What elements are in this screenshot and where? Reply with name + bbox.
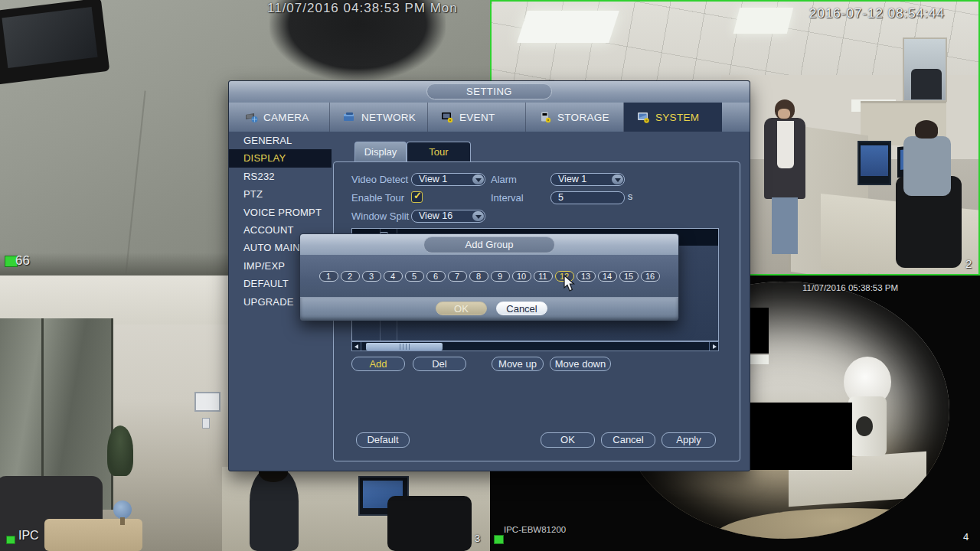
group-chip-2[interactable]: 2 (341, 271, 360, 282)
tab-event[interactable]: EVENT (428, 103, 526, 132)
window-title: SETTING (426, 83, 552, 99)
ok-button[interactable]: OK (541, 432, 595, 448)
group-chip-11[interactable]: 11 (534, 271, 553, 282)
camera-2-channel: 2 (965, 257, 972, 270)
ptz-camera-lens (856, 416, 873, 436)
window-split-value: View 16 (419, 210, 452, 222)
tab-display-sub[interactable]: Display (354, 142, 407, 161)
ceiling-light (517, 11, 619, 43)
group-chip-10[interactable]: 10 (512, 271, 531, 282)
interval-label: Interval (491, 191, 524, 204)
floor-shadow (0, 253, 230, 276)
video-detect-dropdown[interactable]: View 1 (411, 173, 485, 186)
main-clock-osd: 11/07/2016 04:38:53 PM Mon (267, 1, 458, 16)
camera-icon (244, 111, 259, 123)
group-chip-3[interactable]: 3 (362, 271, 381, 282)
event-icon (440, 111, 455, 123)
seated-person (903, 136, 951, 196)
standing-person-shirt (777, 121, 794, 168)
sidebar-item-display[interactable]: DISPLAY (229, 149, 332, 167)
sidebar-item-voice-prompt[interactable]: VOICE PROMPT (229, 204, 332, 221)
tab-network-label: NETWORK (361, 112, 416, 123)
tab-camera-label: CAMERA (263, 112, 309, 123)
privacy-mask (750, 403, 852, 470)
sidebar-item-general[interactable]: GENERAL (229, 132, 332, 149)
alarm-label: Alarm (491, 173, 517, 186)
mouse-cursor (564, 276, 577, 295)
ceiling-light (733, 8, 793, 34)
group-chip-14[interactable]: 14 (598, 271, 617, 282)
wall-poster (194, 392, 220, 412)
group-chip-9[interactable]: 9 (491, 271, 510, 282)
group-chip-row: 1 2 3 4 5 6 7 8 9 10 11 12 13 14 15 16 (300, 255, 678, 297)
tab-event-label: EVENT (459, 112, 495, 123)
del-button[interactable]: Del (413, 357, 466, 371)
default-button[interactable]: Default (356, 432, 410, 448)
seated-person-head (915, 120, 938, 139)
group-chip-8[interactable]: 8 (469, 271, 488, 282)
apply-button[interactable]: Apply (662, 432, 716, 448)
dialog-cancel-button[interactable]: Cancel (496, 302, 547, 315)
scroll-left-arrow[interactable] (352, 342, 361, 350)
window-split-dropdown[interactable]: View 16 (411, 210, 485, 223)
group-chip-13[interactable]: 13 (577, 271, 596, 282)
dialog-title: Add Group (423, 236, 555, 253)
standing-person-face (778, 109, 790, 119)
sidebar-item-rs232[interactable]: RS232 (229, 168, 332, 185)
desk-monitor-screen (861, 145, 888, 176)
scroll-right-arrow[interactable] (709, 342, 718, 350)
tab-storage[interactable]: STORAGE (526, 103, 624, 132)
camera-4-label: IPC-EBW81200 (504, 525, 566, 534)
video-detect-label: Video Detect (351, 173, 408, 186)
plant (107, 425, 133, 476)
camera-1-label: 66 (15, 253, 30, 269)
sidebar-item-ptz[interactable]: PTZ (229, 185, 332, 203)
group-chip-6[interactable]: 6 (426, 271, 446, 282)
check-icon: ✓ (413, 190, 422, 201)
alarm-value: View 1 (558, 174, 586, 185)
record-indicator (494, 535, 504, 544)
group-chip-16[interactable]: 16 (641, 271, 660, 282)
person-silhouette (911, 69, 942, 99)
group-chip-4[interactable]: 4 (384, 271, 403, 282)
chevron-down-icon[interactable] (472, 211, 484, 221)
globe (113, 500, 132, 519)
camera-4-timestamp: 11/07/2016 05:38:53 PM (802, 283, 898, 292)
dialog-title-bar[interactable]: Add Group (300, 234, 678, 255)
scrollbar-thumb[interactable] (366, 343, 443, 350)
group-chip-5[interactable]: 5 (405, 271, 424, 282)
coffee-table (44, 519, 142, 551)
interval-value: 5 (558, 192, 564, 204)
storage-icon (538, 111, 553, 123)
wall-poster (202, 418, 210, 429)
camera-2-timestamp: 2016-07-12 08:54:44 (809, 6, 945, 21)
tab-tour-sub[interactable]: Tour (407, 142, 471, 161)
chevron-down-icon[interactable] (612, 174, 623, 184)
wall-corner (125, 91, 145, 276)
camera-3-channel: 3 (475, 533, 480, 544)
alarm-dropdown[interactable]: View 1 (550, 173, 625, 186)
chevron-down-icon[interactable] (472, 174, 484, 184)
enable-tour-checkbox[interactable]: ✓ (411, 191, 423, 203)
interval-input[interactable]: 5 (550, 191, 625, 204)
dialog-footer: OK Cancel (300, 297, 678, 321)
group-chip-7[interactable]: 7 (448, 271, 467, 282)
record-indicator (6, 536, 15, 544)
group-chip-15[interactable]: 15 (619, 271, 639, 282)
tab-camera[interactable]: CAMERA (232, 103, 330, 132)
tab-system[interactable]: SYSTEM (624, 103, 722, 132)
tab-network[interactable]: NETWORK (330, 103, 428, 132)
title-bar[interactable]: SETTING (229, 81, 750, 103)
move-down-button[interactable]: Move down (550, 357, 611, 371)
move-up-button[interactable]: Move up (492, 357, 544, 371)
cancel-button[interactable]: Cancel (601, 432, 655, 448)
horizontal-scrollbar[interactable] (351, 341, 719, 351)
group-chip-1[interactable]: 1 (319, 271, 338, 282)
globe-stand (120, 517, 125, 525)
window-split-label: Window Split (351, 210, 409, 223)
add-button[interactable]: Add (351, 357, 405, 371)
camera-3-label: IPC (18, 529, 39, 543)
video-detect-value: View 1 (419, 174, 447, 185)
enable-tour-label: Enable Tour (351, 191, 404, 204)
dialog-ok-button[interactable]: OK (436, 302, 487, 315)
